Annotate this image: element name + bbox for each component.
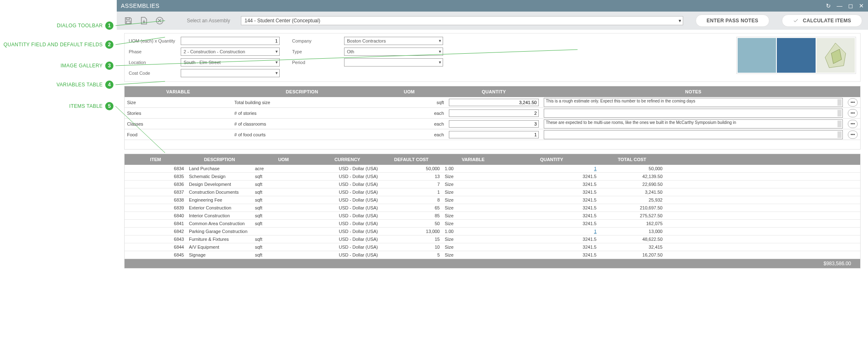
variable-row[interactable]: Classes# of classroomseachThese are expe… — [125, 119, 860, 129]
item-row[interactable]: 6839Exterior ConstructionsqftUSD - Dolla… — [125, 204, 860, 212]
variable-name: Size — [125, 100, 232, 105]
variable-qty-input[interactable] — [449, 109, 539, 117]
svg-rect-5 — [126, 18, 129, 20]
image-gallery[interactable] — [736, 37, 856, 74]
item-uom: sqft — [252, 197, 314, 202]
variable-qty-input[interactable] — [449, 99, 539, 106]
costcode-select[interactable]: ▼ — [181, 69, 280, 77]
item-total: 3,241.50 — [599, 190, 665, 195]
items-table-head: ITEM DESCRIPTION UOM CURRENCY DEFAULT CO… — [125, 154, 860, 165]
item-uom: sqft — [252, 190, 314, 195]
item-row[interactable]: 6843Furniture & FixturessqftUSD - Dollar… — [125, 235, 860, 243]
location-select[interactable]: South - Elm Street▼ — [181, 58, 280, 67]
variable-notes[interactable]: This is a rough estimate only. Expect th… — [544, 98, 843, 107]
chevron-down-icon: ▼ — [275, 60, 278, 64]
annotation-badge: 4 — [105, 81, 113, 89]
item-qty: 1 — [504, 229, 599, 234]
enter-pass-notes-button[interactable]: ENTER PASS NOTES — [696, 14, 769, 27]
more-button[interactable]: ••• — [848, 131, 858, 139]
item-total: 25,932 — [599, 197, 665, 202]
variable-desc: # of food courts — [232, 132, 372, 137]
item-currency: USD - Dollar (USA) — [314, 190, 380, 195]
variable-row[interactable]: Food# of food courtseach••• — [125, 129, 860, 140]
item-default-cost: 8 — [380, 197, 442, 202]
items-scroll[interactable]: 6834Land PurchaseacreUSD - Dollar (USA)5… — [125, 165, 860, 259]
item-variable: Size — [442, 221, 504, 226]
period-select[interactable]: ▼ — [344, 58, 443, 67]
variable-qty-input[interactable] — [449, 120, 539, 128]
item-desc: Signage — [186, 252, 252, 257]
phase-select[interactable]: 2 - Construction - Construction▼ — [181, 48, 280, 56]
variables-table: VARIABLE DESCRIPTION UOM QUANTITY NOTES … — [124, 86, 861, 150]
uom-qty-input[interactable] — [181, 37, 280, 45]
more-button[interactable]: ••• — [848, 120, 858, 128]
refresh-icon[interactable]: ↻ — [826, 2, 831, 9]
variable-name: Classes — [125, 121, 232, 126]
item-total: 48,622.50 — [599, 237, 665, 242]
variable-row[interactable]: SizeTotal building sizesqftThis is a rou… — [125, 97, 860, 108]
item-desc: Common Area Construction — [186, 221, 252, 226]
close-icon[interactable]: ✕ — [859, 2, 864, 9]
item-row[interactable]: 6834Land PurchaseacreUSD - Dollar (USA)5… — [125, 165, 860, 173]
export-icon[interactable] — [138, 15, 150, 26]
type-label: Type — [292, 49, 342, 54]
chevron-down-icon: ▼ — [438, 60, 442, 64]
company-label: Company — [292, 38, 342, 43]
item-row[interactable]: 6836Design DevelopmentsqftUSD - Dollar (… — [125, 181, 860, 188]
company-select[interactable]: Boston Contractors▼ — [344, 37, 443, 45]
annotation-badge: 3 — [105, 62, 113, 70]
calculate-items-button[interactable]: CALCULATE ITEMS — [782, 14, 862, 27]
item-row[interactable]: 6842Parking Garage ConstructionUSD - Dol… — [125, 228, 860, 235]
item-currency: USD - Dollar (USA) — [314, 221, 380, 226]
item-uom: sqft — [252, 252, 314, 257]
item-total: 32,415 — [599, 245, 665, 250]
item-default-cost: 5 — [380, 252, 442, 257]
item-variable: Size — [442, 197, 504, 202]
maximize-icon[interactable]: ◻ — [848, 2, 853, 9]
item-uom: sqft — [252, 221, 314, 226]
item-row[interactable]: 6845SignagesqftUSD - Dollar (USA)5Size32… — [125, 251, 860, 259]
item-default-cost: 50 — [380, 221, 442, 226]
variable-qty-input[interactable] — [449, 131, 539, 138]
variable-notes[interactable] — [544, 109, 843, 118]
gallery-image[interactable] — [738, 38, 776, 73]
type-select[interactable]: Oth▼ — [344, 48, 443, 56]
more-button[interactable]: ••• — [848, 98, 858, 107]
item-row[interactable]: 6837Construction DocumentssqftUSD - Doll… — [125, 188, 860, 196]
annotation-badge: 5 — [105, 102, 113, 110]
col-default-cost: DEFAULT COST — [380, 157, 442, 162]
item-variable: 1.00 — [442, 166, 504, 171]
item-row[interactable]: 6838Engineering FeesqftUSD - Dollar (USA… — [125, 196, 860, 204]
item-uom: sqft — [252, 237, 314, 242]
item-row[interactable]: 6841Common Area ConstructionsqftUSD - Do… — [125, 220, 860, 228]
items-total: $983,586.00 — [125, 259, 860, 268]
item-total: 50,000 — [599, 166, 665, 171]
item-row[interactable]: 6840Interior ConstructionsqftUSD - Dolla… — [125, 212, 860, 220]
more-button[interactable]: ••• — [848, 109, 858, 117]
annotation-label: VARIABLES TABLE — [57, 82, 103, 88]
item-default-cost: 10 — [380, 245, 442, 250]
variable-row[interactable]: Stories# of storieseach••• — [125, 108, 860, 119]
gallery-image[interactable] — [816, 38, 855, 73]
item-default-cost: 85 — [380, 213, 442, 218]
variable-notes[interactable] — [544, 130, 843, 139]
item-row[interactable]: 6835Schematic DesignsqftUSD - Dollar (US… — [125, 173, 860, 181]
assembly-select[interactable]: 144 - Student Center (Conceptual) ▾ — [241, 16, 683, 25]
minimize-icon[interactable]: — — [837, 2, 842, 9]
item-row[interactable]: 6844A/V EquipmentsqftUSD - Dollar (USA)1… — [125, 243, 860, 251]
col-variable: VARIABLE — [125, 89, 232, 94]
col-quantity: QUANTITY — [446, 89, 541, 94]
item-default-cost: 13,000 — [380, 229, 442, 234]
variable-notes[interactable]: These are expected to be multi-use rooms… — [544, 119, 843, 128]
item-id: 6845 — [125, 252, 186, 257]
titlebar: ASSEMBLIES ↻ — ◻ ✕ — [117, 0, 868, 12]
dialog-toolbar: Select an Assembly 144 - Student Center … — [117, 12, 868, 30]
cancel-icon[interactable] — [154, 15, 165, 26]
save-icon[interactable] — [123, 15, 134, 26]
gallery-image[interactable] — [777, 38, 815, 73]
item-desc: Interior Construction — [186, 213, 252, 218]
item-qty: 3241.5 — [504, 245, 599, 250]
item-variable: Size — [442, 245, 504, 250]
item-id: 6834 — [125, 166, 186, 171]
fields-panel: UOM (each) x Quantity Phase 2 - Construc… — [124, 33, 861, 82]
